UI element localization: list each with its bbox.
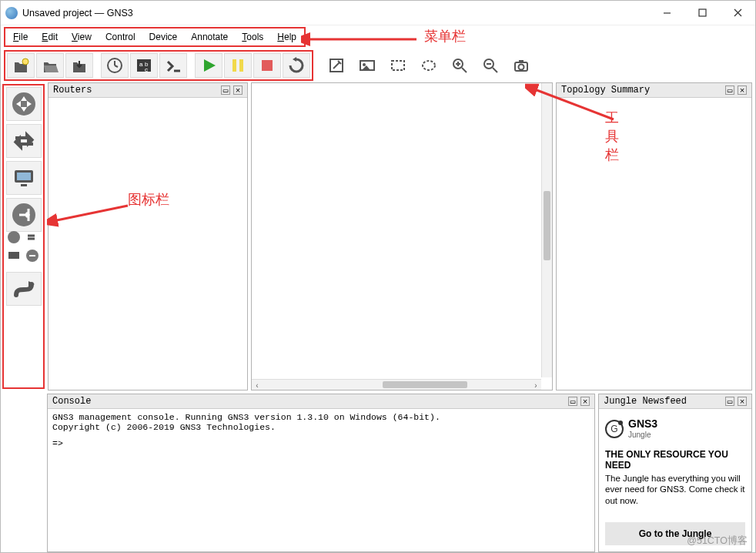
svg-point-38 (8, 231, 20, 243)
zoom-out-button[interactable] (477, 53, 504, 78)
new-project-button[interactable] (7, 53, 35, 78)
svg-rect-14 (232, 59, 236, 72)
show-port-names-button[interactable]: abc (130, 53, 158, 78)
svg-rect-16 (262, 60, 273, 71)
end-devices-button[interactable] (6, 161, 42, 195)
routers-close-button[interactable]: × (233, 85, 243, 95)
window-title: Unsaved project — GNS3 (22, 8, 133, 18)
toolbar: abc (1, 47, 755, 82)
topology-summary-title: Topology Summary (561, 85, 650, 96)
console-line-2: Copyright (c) 2006-2019 GNS3 Technologie… (52, 422, 590, 432)
routers-device-button[interactable] (6, 87, 42, 121)
menu-edit[interactable]: Edit (42, 32, 58, 42)
svg-rect-34 (17, 173, 31, 180)
console-close-button[interactable]: × (580, 397, 590, 406)
console-all-button[interactable] (159, 53, 187, 78)
stop-all-button[interactable] (253, 53, 281, 78)
device-sidebar (2, 84, 45, 389)
svg-line-27 (493, 68, 497, 72)
svg-line-8 (115, 65, 118, 67)
svg-point-19 (363, 63, 366, 66)
svg-rect-35 (21, 184, 27, 186)
canvas-horizontal-scrollbar[interactable]: ‹› (252, 379, 541, 390)
menu-annotate[interactable]: Annotate (191, 32, 228, 42)
gns3-app-icon (5, 7, 18, 19)
canvas-vertical-scrollbar[interactable] (541, 83, 552, 377)
menu-help[interactable]: Help (277, 32, 296, 42)
svg-point-31 (519, 65, 524, 70)
routers-panel-body (49, 98, 247, 390)
menu-device[interactable]: Device (149, 32, 178, 42)
svg-rect-39 (8, 252, 19, 259)
topology-summary-panel: Topology Summary ▭ × (556, 82, 752, 390)
add-note-button[interactable] (323, 53, 350, 78)
console-body[interactable]: GNS3 management console. Running GNS3 ve… (48, 409, 594, 551)
minimize-button[interactable] (649, 1, 684, 25)
console-panel: Console ▭ × GNS3 management console. Run… (47, 394, 595, 552)
console-dock-button[interactable]: ▭ (568, 397, 577, 406)
toolbar-secondary-group (323, 53, 535, 78)
annotation-arrow-menubar (301, 30, 416, 47)
all-devices-small-pc-icon[interactable] (7, 253, 22, 269)
jungle-newsfeed-title: Jungle Newsfeed (604, 396, 687, 407)
svg-text:a: a (139, 61, 143, 68)
reload-all-button[interactable] (283, 53, 310, 78)
all-devices-small-switch-icon[interactable] (25, 235, 41, 250)
console-prompt: => (52, 438, 590, 448)
all-devices-small-router-icon[interactable] (7, 235, 22, 250)
console-line-1: GNS3 management console. Running GNS3 ve… (52, 412, 590, 422)
svg-point-21 (423, 61, 435, 70)
svg-rect-30 (519, 60, 524, 63)
topology-summary-body (557, 98, 751, 390)
zoom-in-button[interactable] (446, 53, 473, 78)
newsfeed-dock-button[interactable]: ▭ (725, 397, 734, 406)
newsfeed-close-button[interactable]: × (738, 397, 747, 406)
maximize-button[interactable] (684, 1, 720, 25)
watermark: @51CTO博客 (687, 535, 748, 548)
svg-point-32 (12, 92, 35, 116)
all-devices-small-firewall-icon[interactable] (25, 253, 41, 269)
svg-point-5 (22, 59, 28, 65)
menu-control[interactable]: Control (105, 32, 135, 42)
menu-view[interactable]: View (72, 32, 92, 42)
toolbar-primary-group: abc (4, 50, 313, 81)
pause-all-button[interactable] (224, 53, 252, 78)
topology-canvas[interactable]: ‹› (251, 82, 553, 390)
insert-image-button[interactable] (353, 53, 381, 78)
menu-file[interactable]: File (13, 32, 28, 42)
titlebar: Unsaved project — GNS3 (1, 1, 755, 25)
open-project-button[interactable] (36, 53, 64, 78)
jungle-headline: THE ONLY RESOURCE YOU NEED (605, 449, 745, 471)
svg-rect-15 (239, 59, 243, 72)
svg-rect-1 (699, 9, 706, 16)
close-button[interactable] (720, 1, 755, 25)
draw-rectangle-button[interactable] (384, 53, 412, 78)
switches-device-button[interactable] (6, 124, 42, 158)
menu-tools[interactable]: Tools (242, 32, 263, 42)
topology-dock-button[interactable]: ▭ (725, 85, 734, 95)
routers-dock-button[interactable]: ▭ (221, 85, 230, 95)
svg-text:c: c (145, 66, 148, 73)
screenshot-button[interactable] (507, 53, 535, 78)
svg-line-23 (462, 68, 467, 72)
annotation-label-menubar: 菜单栏 (424, 27, 466, 45)
draw-ellipse-button[interactable] (415, 53, 443, 78)
routers-panel-title: Routers (53, 85, 92, 96)
snapshot-button[interactable] (101, 53, 129, 78)
console-panel-title: Console (52, 396, 91, 407)
jungle-brand-name: GNS3 (628, 418, 657, 429)
jungle-newsfeed-panel: Jungle Newsfeed ▭ × G GNS3 Jungle THE ON… (598, 394, 752, 552)
start-all-button[interactable] (195, 53, 222, 78)
svg-rect-20 (392, 61, 404, 70)
jungle-logo-icon: G (605, 420, 624, 438)
menubar: File Edit View Control Device Annotate T… (4, 27, 306, 47)
save-project-button[interactable] (65, 53, 93, 78)
jungle-brand-sub: Jungle (628, 431, 651, 439)
topology-close-button[interactable]: × (738, 85, 747, 95)
routers-panel: Routers ▭ × (48, 82, 248, 390)
security-devices-button[interactable] (6, 198, 42, 232)
jungle-description: The Jungle has everything you will ever … (605, 473, 745, 506)
add-link-button[interactable] (6, 272, 42, 306)
